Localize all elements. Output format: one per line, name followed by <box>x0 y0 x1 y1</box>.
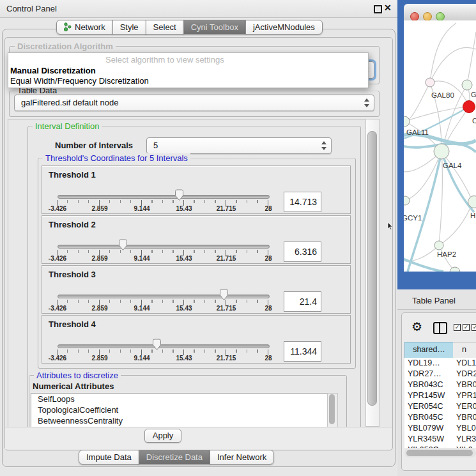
table-data-combo-value: galFiltered.sif default node <box>21 95 118 110</box>
table-row[interactable]: YBL079WYBL0 <box>404 423 476 434</box>
panel-scrollbar-thumb[interactable] <box>367 131 377 406</box>
tab-select[interactable]: Select <box>146 20 184 35</box>
list-item[interactable]: SelfLoops <box>31 394 328 404</box>
apply-button[interactable]: Apply <box>144 429 181 443</box>
combo-stepper-icon[interactable] <box>321 138 328 153</box>
tab-impute-data[interactable]: Impute Data <box>79 450 139 464</box>
threshold-4-label: Threshold 4 <box>49 319 96 329</box>
algorithm-hint: Select algorithm to view settings <box>105 55 224 65</box>
threshold-4-slider[interactable] <box>58 344 270 348</box>
svg-text:HAP2: HAP2 <box>437 250 456 258</box>
tab-network[interactable]: Network <box>56 20 113 35</box>
node-hap2[interactable] <box>434 241 443 250</box>
threshold-3-label: Threshold 3 <box>49 270 96 279</box>
node-gcy1[interactable] <box>404 196 410 205</box>
close-icon[interactable]: ✕ <box>384 3 392 13</box>
list-scrollbar[interactable] <box>327 393 338 427</box>
table-panel-header: Table Panel <box>397 289 476 310</box>
tab-discretize-data[interactable]: Discretize Data <box>139 450 210 464</box>
bottom-tab-bar: Impute Data Discretize Data Infer Networ… <box>79 450 274 464</box>
column-header-shared[interactable]: shared… <box>404 342 454 358</box>
attributes-label: Attributes to discretize <box>34 371 121 380</box>
gear-icon[interactable]: ⚙ <box>411 319 422 334</box>
threshold-3-thumb[interactable] <box>219 289 229 301</box>
option-equal-width-frequency[interactable]: Equal Width/Frequency Discretization <box>10 76 149 86</box>
zoom-traffic-icon[interactable] <box>436 12 445 21</box>
threshold-1-slider[interactable] <box>58 195 270 199</box>
table-row[interactable]: YLR345WYLR3 <box>404 434 476 445</box>
combo-stepper-icon[interactable] <box>364 95 371 111</box>
close-traffic-icon[interactable] <box>410 12 419 21</box>
checkbox-icon[interactable]: ✓ <box>463 324 470 331</box>
slider-ticks <box>57 300 269 305</box>
column-layout-icon[interactable] <box>433 322 447 334</box>
table-row[interactable]: YDR27…YDR2 <box>404 369 476 380</box>
float-window-icon[interactable] <box>374 5 382 13</box>
table-row[interactable]: YER054CYER0 <box>404 401 476 412</box>
table-row[interactable]: YPR145WYPR1 <box>404 390 476 401</box>
tab-infer-network[interactable]: Infer Network <box>210 450 274 464</box>
table-data-combo[interactable]: galFiltered.sif default node <box>14 95 374 111</box>
checkbox-icon[interactable]: ✓ <box>454 324 461 331</box>
threshold-4-value-field[interactable]: 11.344 <box>284 341 321 362</box>
column-header-name[interactable]: n <box>453 342 476 358</box>
threshold-3-value-field[interactable]: 21.4 <box>284 291 321 312</box>
svg-text:GAL4: GAL4 <box>443 162 462 169</box>
network-window-titlebar[interactable] <box>404 4 476 21</box>
slider-ticks <box>57 349 269 355</box>
list-scrollbar-thumb[interactable] <box>329 394 335 424</box>
numerical-attributes-list[interactable]: SelfLoops TopologicalCoefficient Between… <box>31 393 328 427</box>
threshold-4-panel: Threshold 4 -3.426 2.859 9.144 15.43 21.… <box>42 315 351 364</box>
algorithm-dropdown-popup: Select algorithm to view settings Manual… <box>8 52 369 88</box>
node-selected-red[interactable] <box>463 101 475 113</box>
number-of-intervals-value: 5 <box>153 138 158 153</box>
list-item[interactable]: TopologicalCoefficient <box>31 404 328 415</box>
network-icon <box>64 22 72 35</box>
interval-definition-label: Interval Definition <box>33 121 102 131</box>
table-row[interactable]: YDL19…YDL1 <box>404 358 476 369</box>
table-row[interactable]: YBR045CYBR0 <box>404 412 476 423</box>
control-panel-titlebar: Control Panel ✕ <box>0 0 397 18</box>
threshold-1-value-field[interactable]: 14.713 <box>284 192 321 212</box>
threshold-3-panel: Threshold 3 -3.426 2.859 9.144 15.43 21.… <box>42 265 351 314</box>
table-row[interactable]: YIL052CYIL0 <box>404 445 476 448</box>
threshold-2-value-field[interactable]: 6.316 <box>284 242 321 262</box>
network-nodes[interactable] <box>404 78 476 272</box>
panel-scrollbar[interactable] <box>365 119 380 427</box>
table-row[interactable]: YBR043CYBR0 <box>404 380 476 390</box>
node-gal11[interactable] <box>404 116 410 127</box>
tab-cyni-toolbox[interactable]: Cyni Toolbox <box>183 20 246 35</box>
threshold-4-thumb[interactable] <box>152 339 162 351</box>
node-partial[interactable] <box>450 267 460 272</box>
network-canvas[interactable]: GAL80 GA C GAL11 GAL4 GCY1 H HAP2 <box>404 20 476 272</box>
numerical-attributes-heading: Numerical Attributes <box>33 381 114 391</box>
number-of-intervals-combo[interactable]: 5 <box>146 137 332 154</box>
threshold-2-label: Threshold 2 <box>49 220 96 229</box>
list-item[interactable]: BetweennessCentrality <box>31 415 328 426</box>
tab-style[interactable]: Style <box>112 20 146 35</box>
minimize-traffic-icon[interactable] <box>423 12 432 21</box>
svg-text:H: H <box>470 211 475 219</box>
threshold-2-panel: Threshold 2 -3.426 2.859 9.144 15.43 21.… <box>42 215 351 264</box>
tab-jactivemnodules[interactable]: jActiveMNodules <box>245 20 323 35</box>
option-manual-discretization[interactable]: Manual Discretization <box>10 66 96 75</box>
checkbox-icon[interactable]: ✓ <box>472 324 476 331</box>
threshold-1-label: Threshold 1 <box>49 170 96 180</box>
svg-text:GAL80: GAL80 <box>431 91 454 99</box>
node-gal[interactable] <box>462 80 472 90</box>
threshold-1-panel: Threshold 1 -3.426 2.859 9.144 15.43 21.… <box>42 165 351 214</box>
svg-text:GAL11: GAL11 <box>406 128 429 136</box>
node-gal80[interactable] <box>426 78 434 87</box>
threshold-2-slider[interactable] <box>58 245 270 249</box>
table-horizontal-scrollbar-thumb[interactable] <box>406 450 473 456</box>
panel-title: Control Panel <box>6 4 57 13</box>
thresholds-label: Threshold's Coordinates for 5 Intervals <box>43 153 190 163</box>
node-gal4[interactable] <box>434 144 449 159</box>
threshold-2-thumb[interactable] <box>118 239 128 251</box>
mouse-cursor <box>387 222 393 230</box>
threshold-1-thumb[interactable] <box>174 189 184 201</box>
node-table[interactable]: YDL19…YDL1 YDR27…YDR2 YBR043CYBR0 YPR145… <box>404 358 476 448</box>
threshold-3-slider[interactable] <box>58 295 270 298</box>
table-horizontal-scrollbar[interactable] <box>404 449 476 457</box>
number-of-intervals-label: Number of Intervals <box>55 141 133 150</box>
